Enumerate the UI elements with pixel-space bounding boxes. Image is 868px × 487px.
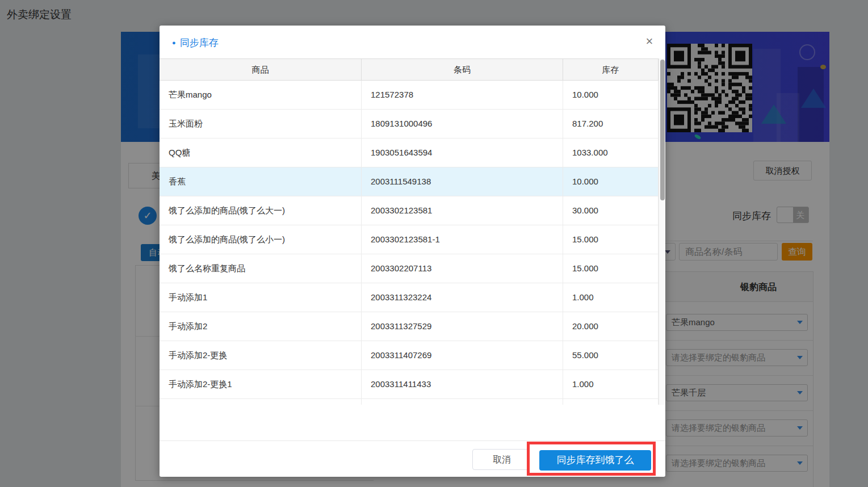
table-row[interactable]: 手动添加2-更换120033114114331.000 <box>160 370 659 399</box>
cancel-button[interactable]: 取消 <box>472 449 531 470</box>
stock-table: 商品 条码 库存 芒果mango12157237810.000玉米面粉18091… <box>160 58 659 405</box>
product-cell: 手动添加1 <box>160 283 362 312</box>
barcode-cell: 2003311407269 <box>362 341 563 370</box>
product-cell: 饿了么添加的商品(饿了么大一) <box>160 196 362 225</box>
stock-cell: 817.200 <box>563 110 659 138</box>
table-row[interactable]: 玉米面粉1809131000496817.200 <box>160 110 659 138</box>
stock-cell: 15.000 <box>563 225 659 254</box>
table-row[interactable]: 香蕉200311154913810.000 <box>160 167 659 196</box>
barcode-cell: 2003302123581 <box>362 196 563 225</box>
sync-stock-modal: ●同步库存 × 商品 条码 库存 芒果mango12157237810.000玉… <box>160 26 665 477</box>
product-cell: 玉米面粉 <box>160 110 362 138</box>
barcode-cell: 2003311327529 <box>362 312 563 341</box>
table-row[interactable]: 饿了么添加的商品(饿了么小一)2003302123581-115.000 <box>160 225 659 254</box>
barcode-cell: 2003111549138 <box>362 167 563 196</box>
stock-cell: 55.000 <box>563 341 659 370</box>
product-cell: 手动添加2-更换 <box>160 341 362 370</box>
column-header-barcode: 条码 <box>362 59 563 80</box>
barcode-cell: 2003311323224 <box>362 283 563 312</box>
table-row[interactable]: 手动添加2-更换200331140726955.000 <box>160 341 659 370</box>
table-row[interactable]: 手动添加120033113232241.000 <box>160 283 659 312</box>
stock-cell: 15.000 <box>563 254 659 283</box>
barcode-cell: 1809131000496 <box>362 110 563 138</box>
stock-cell: 1.000 <box>563 370 659 398</box>
stock-cell: 30.000 <box>563 196 659 225</box>
product-cell: QQ糖 <box>160 138 362 167</box>
barcode-cell: 2003311411433 <box>362 370 563 398</box>
table-row[interactable]: 芒果mango12157237810.000 <box>160 81 659 110</box>
divider <box>160 440 665 441</box>
product-cell: 手动添加2-更换1 <box>160 370 362 398</box>
product-cell: 手动添加2 <box>160 312 362 341</box>
stock-cell: 10.000 <box>563 167 659 196</box>
product-cell: 饿了么添加的商品(饿了么小一) <box>160 225 362 254</box>
stock-cell: 1033.000 <box>563 138 659 167</box>
sync-to-eleme-button[interactable]: 同步库存到饿了么 <box>539 450 651 471</box>
takeout-binding-page: 外卖绑定设置 美团外卖 ✓ 自动绑定 取消授权 同步库存 关 <box>0 0 868 487</box>
stock-table-header: 商品 条码 库存 <box>160 58 659 81</box>
column-header-product: 商品 <box>160 59 362 80</box>
column-header-stock: 库存 <box>563 59 659 80</box>
bullet-icon: ● <box>172 39 176 46</box>
barcode-cell: 2003302123581-1 <box>362 225 563 254</box>
stock-cell: 1.000 <box>563 283 659 312</box>
table-row[interactable]: 手动添加2200331132752920.000 <box>160 312 659 341</box>
table-row[interactable]: 饿了么名称重复商品200330220711315.000 <box>160 254 659 283</box>
stock-cell: 20.000 <box>563 312 659 341</box>
product-cell: 饿了么名称重复商品 <box>160 254 362 283</box>
stock-table-body: 芒果mango12157237810.000玉米面粉18091310004968… <box>160 81 659 399</box>
table-row[interactable]: 饿了么添加的商品(饿了么大一)200330212358130.000 <box>160 196 659 225</box>
modal-header: ●同步库存 × <box>160 26 665 58</box>
scrollbar-thumb[interactable] <box>660 60 665 200</box>
product-cell: 香蕉 <box>160 167 362 196</box>
barcode-cell: 121572378 <box>362 81 563 109</box>
table-row[interactable]: QQ糖19030516435941033.000 <box>160 138 659 167</box>
product-cell: 芒果mango <box>160 81 362 109</box>
table-scrollbar[interactable] <box>659 58 665 405</box>
close-icon[interactable]: × <box>641 33 657 49</box>
stock-cell: 10.000 <box>563 81 659 109</box>
barcode-cell: 1903051643594 <box>362 138 563 167</box>
barcode-cell: 2003302207113 <box>362 254 563 283</box>
table-stub-row <box>160 399 659 405</box>
modal-title: ●同步库存 <box>172 36 219 49</box>
